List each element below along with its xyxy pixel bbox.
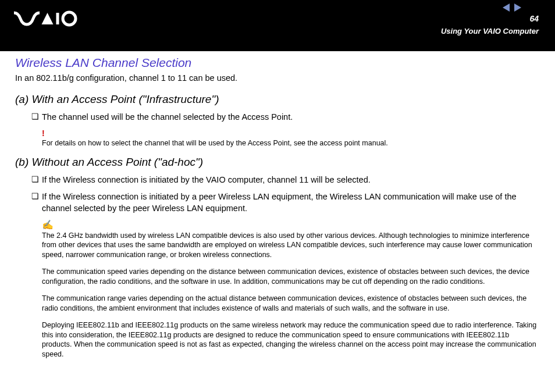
page-title: Wireless LAN Channel Selection [15,56,540,70]
bullet-icon: ❏ [31,174,42,186]
alert-block: ! For details on how to select the chann… [15,129,540,148]
nav-arrows [503,3,521,12]
svg-rect-0 [56,13,59,24]
section-name: Using Your VAIO Computer [441,27,539,35]
bullet-icon: ❏ [31,112,42,123]
bullet-icon: ❏ [31,191,42,214]
note-icon: ✍ [42,220,540,230]
svg-point-1 [63,12,76,25]
bullet-item: ❏ If the Wireless connection is initiate… [15,174,540,186]
prev-page-arrow-icon[interactable] [503,3,510,12]
page-content: Wireless LAN Channel Selection In an 802… [0,51,555,359]
bullet-item: ❏ If the Wireless connection is initiate… [15,191,540,214]
intro-text: In an 802.11b/g configuration, channel 1… [15,73,540,83]
alert-text: For details on how to select the channel… [42,138,540,148]
note-text: The 2.4 GHz bandwidth used by wireless L… [42,231,540,261]
subheading-a: (a) With an Access Point ("Infrastructur… [15,93,540,106]
bullet-text: If the Wireless connection is initiated … [42,191,540,214]
note-block: ✍ The 2.4 GHz bandwidth used by wireless… [15,220,540,360]
subheading-b: (b) Without an Access Point ("ad-hoc") [15,156,540,169]
bullet-item: ❏ The channel used will be the channel s… [15,112,540,123]
page-header: 64 Using Your VAIO Computer [0,0,555,51]
note-text: The communication speed varies depending… [42,267,540,287]
vaio-logo [14,10,84,29]
bullet-text: If the Wireless connection is initiated … [42,174,371,186]
note-text: Deploying IEEE802.11b and IEEE802.11g pr… [42,320,540,360]
bullet-text: The channel used will be the channel sel… [42,112,293,123]
page-number: 64 [529,14,539,23]
alert-icon: ! [42,129,540,137]
next-page-arrow-icon[interactable] [514,3,521,12]
note-text: The communication range varies depending… [42,294,540,313]
